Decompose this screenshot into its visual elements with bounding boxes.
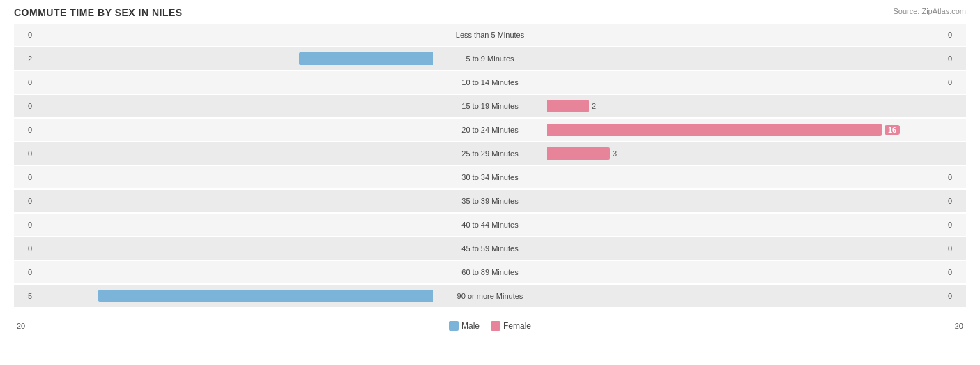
chart-row: 040 to 44 Minutes0 [14, 214, 966, 236]
right-bar-section [546, 289, 945, 303]
chart-container: COMMUTE TIME BY SEX IN NILES Source: Zip… [0, 0, 980, 365]
left-value: 0 [14, 221, 35, 229]
axis-right-label: 20 [955, 322, 963, 330]
left-value: 0 [14, 102, 35, 110]
left-bar-section [35, 28, 434, 42]
bar-female [547, 100, 589, 112]
right-bar-section: 3 [546, 147, 945, 161]
legend-female: Female [491, 321, 531, 331]
left-value: 2 [14, 54, 35, 63]
right-value: 0 [945, 78, 966, 87]
left-bar-section [35, 265, 434, 279]
center-label-area: Less than 5 Minutes [434, 31, 546, 39]
left-value: 0 [14, 173, 35, 181]
row-label: 15 to 19 Minutes [461, 102, 518, 110]
left-value: 0 [14, 78, 35, 87]
chart-row: 590 or more Minutes0 [14, 285, 966, 307]
legend-male: Male [449, 321, 480, 331]
right-value: 0 [945, 197, 966, 205]
row-label: 30 to 34 Minutes [461, 173, 518, 181]
row-label: 60 to 89 Minutes [461, 268, 518, 276]
bar-value-right: 3 [610, 149, 617, 158]
right-value: 0 [945, 221, 966, 229]
center-label-area: 30 to 34 Minutes [434, 173, 546, 181]
legend: Male Female [449, 321, 531, 331]
bottom-section: 20 Male Female 20 [14, 321, 966, 331]
left-bar-section [35, 194, 434, 208]
left-value: 0 [14, 197, 35, 205]
left-bar-section [35, 52, 434, 66]
right-bar-section [546, 218, 945, 232]
center-label-area: 20 to 24 Minutes [434, 126, 546, 134]
left-value: 0 [14, 149, 35, 158]
left-bar-section [35, 147, 434, 161]
chart-title: COMMUTE TIME BY SEX IN NILES [14, 7, 966, 18]
chart-row: 25 to 9 Minutes0 [14, 47, 966, 70]
chart-row: 045 to 59 Minutes0 [14, 237, 966, 260]
legend-female-label: Female [503, 321, 531, 331]
bar-value-right: 2 [589, 102, 596, 110]
left-bar-section [35, 75, 434, 89]
bar-female [547, 147, 610, 160]
left-bar-section [35, 218, 434, 232]
center-label-area: 5 to 9 Minutes [434, 54, 546, 63]
left-value: 0 [14, 244, 35, 253]
chart-row: 030 to 34 Minutes0 [14, 166, 966, 188]
bar-male [299, 52, 433, 65]
center-label-area: 45 to 59 Minutes [434, 244, 546, 253]
chart-row: 060 to 89 Minutes0 [14, 261, 966, 283]
row-label: 20 to 24 Minutes [461, 126, 518, 134]
center-label-area: 15 to 19 Minutes [434, 102, 546, 110]
right-bar-section: 16 [546, 123, 945, 137]
right-bar-section: 2 [546, 99, 945, 113]
chart-row: 035 to 39 Minutes0 [14, 190, 966, 212]
left-bar-section [35, 241, 434, 255]
chart-row: 020 to 24 Minutes16 [14, 119, 966, 141]
row-label: Less than 5 Minutes [456, 31, 524, 39]
chart-row: 025 to 29 Minutes3 [14, 142, 966, 165]
legend-male-color [449, 321, 459, 331]
left-bar-section [35, 123, 434, 137]
center-label-area: 35 to 39 Minutes [434, 197, 546, 205]
chart-area: 0Less than 5 Minutes025 to 9 Minutes0010… [14, 24, 966, 317]
center-label-area: 60 to 89 Minutes [434, 268, 546, 276]
chart-row: 015 to 19 Minutes2 [14, 95, 966, 117]
center-label-area: 10 to 14 Minutes [434, 78, 546, 87]
row-label: 90 or more Minutes [457, 292, 523, 300]
center-label-area: 40 to 44 Minutes [434, 221, 546, 229]
right-bar-section [546, 52, 945, 66]
left-bar-section [35, 170, 434, 184]
left-value: 0 [14, 126, 35, 134]
left-value: 0 [14, 31, 35, 39]
right-value: 0 [945, 292, 966, 300]
row-label: 10 to 14 Minutes [461, 78, 518, 87]
source-text: Source: ZipAtlas.com [893, 7, 966, 15]
row-label: 45 to 59 Minutes [461, 244, 518, 253]
right-value: 0 [945, 54, 966, 63]
row-label: 5 to 9 Minutes [466, 54, 514, 63]
axis-left-label: 20 [17, 322, 25, 330]
right-bar-section [546, 75, 945, 89]
right-bar-section [546, 241, 945, 255]
left-bar-section [35, 289, 434, 303]
bar-male [98, 290, 433, 302]
left-value: 0 [14, 268, 35, 276]
right-value: 0 [945, 31, 966, 39]
center-label-area: 90 or more Minutes [434, 292, 546, 300]
bar-female [547, 124, 882, 136]
right-value: 0 [945, 173, 966, 181]
legend-male-label: Male [461, 321, 480, 331]
chart-row: 010 to 14 Minutes0 [14, 71, 966, 94]
right-bar-section [546, 28, 945, 42]
row-label: 40 to 44 Minutes [461, 221, 518, 229]
left-value: 5 [14, 292, 35, 300]
left-bar-section [35, 99, 434, 113]
right-bar-section [546, 170, 945, 184]
right-value: 0 [945, 244, 966, 253]
row-label: 25 to 29 Minutes [461, 149, 518, 158]
value-badge: 16 [885, 125, 900, 135]
chart-row: 0Less than 5 Minutes0 [14, 24, 966, 46]
right-bar-section [546, 194, 945, 208]
right-bar-section [546, 265, 945, 279]
row-label: 35 to 39 Minutes [461, 197, 518, 205]
